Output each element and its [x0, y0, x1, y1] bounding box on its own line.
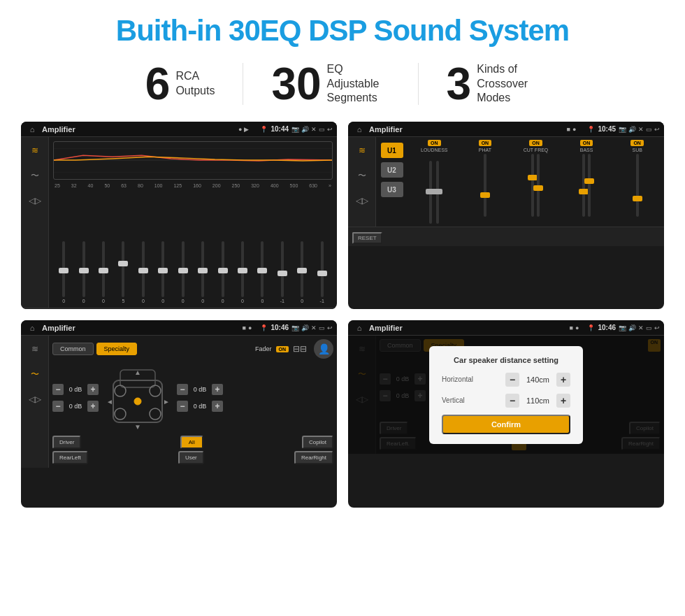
- window-icon: ▭: [319, 126, 325, 133]
- u3-button[interactable]: U3: [381, 182, 403, 197]
- speaker-tabs: Common Specialty Fader ON ⊟⊟ 👤: [52, 339, 333, 359]
- amp-sidebar-vol[interactable]: ◁▷: [353, 193, 371, 208]
- eq-track-3[interactable]: [122, 241, 124, 297]
- speaker-screen-card: ⌂ Amplifier ■ ● 📍 10:46 📷 🔊 ✕ ▭ ↩: [21, 320, 337, 508]
- dot-icon: ●: [238, 126, 242, 133]
- eq-track-12[interactable]: [301, 241, 303, 297]
- sub-label: SUB: [632, 148, 642, 152]
- sp-sidebar-vol[interactable]: ◁▷: [26, 392, 44, 407]
- amp-status-bar: ⌂ Amplifier ■ ● 📍 10:45 📷 🔊 ✕ ▭ ↩: [348, 122, 664, 137]
- eq-status-icons: ● ▶: [238, 126, 249, 133]
- dialog-time: 10:46: [598, 324, 616, 331]
- db-plus-br[interactable]: +: [212, 401, 223, 412]
- eq-track-4[interactable]: [142, 241, 145, 297]
- eq-track-9[interactable]: [241, 241, 244, 297]
- u2-button[interactable]: U2: [381, 162, 403, 178]
- freq-32: 32: [71, 183, 77, 188]
- loudness-slider2[interactable]: [436, 161, 439, 224]
- eq-bottom-bar: ◄ Custom ► RESET U1 U2 U3: [21, 308, 337, 309]
- eq-sidebar-vol[interactable]: ◁▷: [26, 193, 44, 208]
- freq-250: 250: [232, 183, 240, 188]
- eq-track-7[interactable]: [201, 241, 204, 297]
- freq-63: 63: [121, 183, 127, 188]
- loudness-group: ON LOUDNESS: [410, 140, 459, 224]
- sp-sidebar-wave[interactable]: 〜: [26, 366, 44, 382]
- rearleft-btn[interactable]: RearLeft: [52, 451, 88, 464]
- confirm-button[interactable]: Confirm: [442, 415, 570, 434]
- db-minus-bl[interactable]: −: [52, 401, 64, 412]
- eq-track-11[interactable]: [281, 241, 284, 297]
- sp-back: ↩: [327, 324, 333, 331]
- eq-val-2: 0: [102, 299, 105, 303]
- eq-track-8[interactable]: [222, 241, 224, 297]
- db-minus-tl[interactable]: −: [52, 384, 64, 395]
- dlg-vol: 🔊: [628, 324, 636, 331]
- sub-on: ON: [630, 140, 644, 146]
- amp-home-icon: ⌂: [352, 124, 366, 135]
- all-btn[interactable]: All: [180, 436, 203, 449]
- speaker-bottom-btns2: RearLeft User RearRight: [52, 451, 333, 464]
- eq-svg: [54, 142, 332, 179]
- dlg-back: ↩: [654, 324, 660, 331]
- freq-100: 100: [154, 183, 163, 188]
- sub-slider[interactable]: [636, 154, 639, 217]
- db-plus-bl[interactable]: +: [87, 401, 99, 412]
- svg-point-9: [134, 398, 141, 405]
- bass-slider1[interactable]: [582, 154, 585, 217]
- user-btn[interactable]: User: [178, 451, 204, 464]
- cutfreq-on: ON: [529, 140, 542, 146]
- phat-slider[interactable]: [484, 154, 486, 217]
- eq-track-1[interactable]: [82, 241, 85, 297]
- tab-specialty[interactable]: Specialty: [96, 343, 138, 355]
- eq-main-area: 25 32 40 50 63 80 100 125 160 200 250 32…: [49, 137, 337, 308]
- db-minus-br[interactable]: −: [177, 401, 188, 412]
- u1-button[interactable]: U1: [381, 143, 403, 158]
- eq-time: 10:44: [271, 125, 289, 133]
- amp-status-icons: ■ ●: [567, 126, 577, 133]
- eq-slider-11: -1: [273, 241, 291, 303]
- stat-eq: 30 EQ AdjustableSegments: [243, 62, 417, 106]
- eq-track-5[interactable]: [161, 241, 164, 297]
- driver-btn[interactable]: Driver: [52, 436, 81, 449]
- eq-track-10[interactable]: [261, 241, 264, 297]
- rearright-btn[interactable]: RearRight: [294, 451, 333, 464]
- loudness-slider1[interactable]: [429, 161, 432, 224]
- db-minus-tr[interactable]: −: [177, 384, 188, 395]
- profile-icon[interactable]: 👤: [314, 339, 333, 359]
- bass-slider2[interactable]: [588, 154, 591, 217]
- horizontal-plus[interactable]: +: [556, 373, 570, 387]
- eq-track-2[interactable]: [102, 241, 105, 297]
- db-control-tr: − 0 dB +: [177, 384, 223, 395]
- vertical-plus[interactable]: +: [556, 394, 570, 408]
- fader-label: Fader: [255, 345, 272, 352]
- eq-sidebar-wave[interactable]: 〜: [26, 168, 44, 183]
- amp-x: ✕: [638, 126, 644, 133]
- copilot-btn[interactable]: Copilot: [302, 436, 333, 449]
- eq-track-0[interactable]: [62, 241, 65, 297]
- freq-500: 500: [290, 183, 298, 188]
- eq-sidebar: ≋ 〜 ◁▷: [21, 137, 49, 308]
- vertical-minus[interactable]: −: [505, 394, 519, 408]
- eq-slider-8: 0: [213, 241, 231, 303]
- db-plus-tl[interactable]: +: [87, 384, 99, 395]
- home-icon: ⌂: [25, 124, 39, 135]
- cutfreq-slider2[interactable]: [537, 154, 540, 217]
- speaker-status-icons: ■ ●: [243, 324, 252, 331]
- eq-track-13[interactable]: [321, 241, 324, 297]
- dialog-screen-card: ⌂ Amplifier ■ ● 📍 10:46 📷 🔊 ✕ ▭ ↩: [348, 320, 664, 508]
- amp-back: ↩: [654, 126, 660, 133]
- tab-common[interactable]: Common: [52, 343, 94, 355]
- amp-sidebar-eq[interactable]: ≋: [353, 143, 371, 158]
- db-control-bl: − 0 dB +: [52, 401, 99, 412]
- sp-sidebar-eq[interactable]: ≋: [26, 341, 44, 357]
- eq-track-6[interactable]: [182, 241, 185, 297]
- horizontal-minus[interactable]: −: [505, 373, 519, 387]
- eq-sidebar-eq[interactable]: ≋: [26, 143, 44, 158]
- amp-reset-btn[interactable]: RESET: [352, 232, 382, 244]
- stat-label-rca: RCAOutputs: [175, 69, 215, 99]
- amp-dot2: ●: [572, 126, 576, 133]
- loudness-label: LOUDNESS: [421, 148, 448, 152]
- amp-sidebar-wave[interactable]: 〜: [353, 168, 371, 183]
- dialog-home-icon: ⌂: [352, 322, 366, 334]
- db-plus-tr[interactable]: +: [212, 384, 223, 395]
